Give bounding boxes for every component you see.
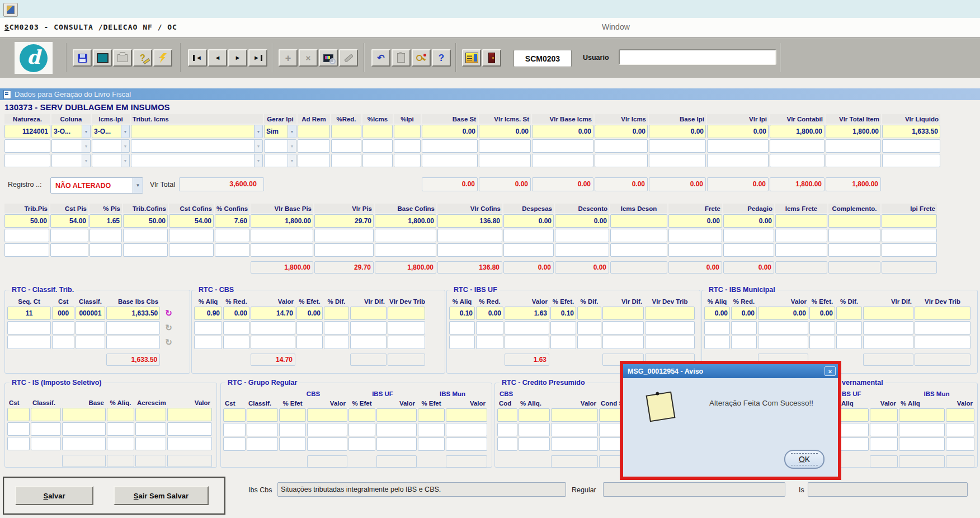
cell-despesas[interactable]: 0.00 [503,214,554,228]
empty-cell[interactable] [826,139,881,153]
empty-cell[interactable] [123,243,168,257]
empty-cell[interactable] [52,336,74,349]
nav-next-button[interactable]: ► [228,49,247,67]
empty-cell[interactable] [731,321,757,335]
empty-cell[interactable]: ▼ [92,139,130,153]
empty-cell[interactable] [7,321,51,335]
empty-cell[interactable] [446,437,487,451]
cell-cst-cofins[interactable]: 54.00 [169,214,214,228]
empty-cell[interactable] [519,423,550,436]
empty-cell[interactable] [167,408,212,421]
empty-cell[interactable]: ▼ [131,139,263,153]
empty-cell[interactable]: ▼ [92,154,130,167]
empty-cell[interactable] [437,229,502,242]
menu-button[interactable] [462,49,481,67]
empty-cell[interactable] [882,229,937,242]
cell-trib-cofins[interactable]: 50.00 [123,214,168,228]
cell-perc-efet[interactable]: 0.00 [296,307,323,320]
empty-cell[interactable] [4,154,50,167]
empty-cell[interactable] [649,139,706,153]
empty-cell[interactable] [135,408,166,421]
empty-cell[interactable] [348,423,375,436]
cell-perc-dif[interactable] [836,307,862,320]
empty-cell[interactable] [62,408,106,421]
empty-cell[interactable] [668,243,722,257]
empty-cell[interactable] [247,423,278,436]
cell-vlr-dif[interactable] [350,307,387,320]
empty-cell[interactable] [645,336,695,349]
empty-cell[interactable] [809,321,835,335]
query-record-button[interactable] [319,49,338,67]
empty-cell[interactable] [298,154,330,167]
empty-cell[interactable] [307,423,347,436]
empty-cell[interactable] [4,243,49,257]
save-button[interactable] [73,49,92,67]
empty-cell[interactable] [314,243,374,257]
empty-cell[interactable] [946,423,974,436]
cell-vlr-dif[interactable] [863,307,913,320]
empty-cell[interactable] [298,139,330,153]
nav-last-button[interactable]: ► [248,49,267,67]
empty-cell[interactable] [836,321,862,335]
empty-cell[interactable] [123,229,168,242]
empty-cell[interactable] [532,139,593,153]
empty-cell[interactable]: ▼ [131,154,263,167]
dropdown-arrow-icon[interactable]: ▼ [288,125,296,138]
empty-cell[interactable]: ▼ [264,139,296,153]
empty-cell[interactable] [915,336,970,349]
empty-cell[interactable]: ▼ [264,154,296,167]
keys-button[interactable] [412,49,431,67]
empty-cell[interactable] [215,229,249,242]
empty-cell[interactable] [731,336,757,349]
cell-vlr-icms[interactable]: 0.00 [595,125,648,138]
ok-button[interactable]: OK [784,450,824,469]
empty-cell[interactable] [331,154,361,167]
cell-vlr-base-icms[interactable]: 0.00 [532,125,593,138]
empty-cell[interactable] [107,408,134,421]
empty-cell[interactable] [610,229,667,242]
cell-perc-dif[interactable] [324,307,349,320]
dropdown-arrow-icon[interactable]: ▼ [121,125,129,138]
empty-cell[interactable] [169,229,214,242]
empty-cell[interactable] [946,437,974,451]
cell-tribut-icms[interactable]: ▼ [131,125,263,138]
empty-cell[interactable] [770,154,824,167]
empty-cell[interactable] [247,408,278,422]
empty-cell[interactable] [307,437,347,451]
empty-cell[interactable] [76,321,105,335]
empty-cell[interactable] [723,243,774,257]
empty-cell[interactable] [915,321,970,335]
empty-cell[interactable] [503,229,554,242]
cell-perc-icms[interactable] [362,125,393,138]
cell-vlr-total-item[interactable]: 1,800.00 [826,125,881,138]
empty-cell[interactable] [215,243,249,257]
cell-vlr-dev-trib[interactable] [388,307,425,320]
empty-cell[interactable] [376,437,417,451]
screen-button[interactable] [93,49,112,67]
menu-window[interactable]: Window [602,22,630,31]
empty-cell[interactable] [194,321,222,335]
cell-perc-cofins[interactable]: 7.60 [215,214,249,228]
empty-cell[interactable] [446,423,487,436]
empty-cell[interactable] [707,154,769,167]
cell-base-ibs-cbs[interactable]: 1,633.50 [106,307,161,320]
empty-cell[interactable] [577,336,601,349]
empty-cell[interactable] [826,154,881,167]
empty-cell[interactable] [362,154,393,167]
empty-cell[interactable] [324,336,349,349]
empty-cell[interactable] [882,154,940,167]
cell-vlr-pis[interactable]: 29.70 [314,214,374,228]
empty-cell[interactable] [422,139,478,153]
empty-cell[interactable] [362,139,393,153]
empty-cell[interactable] [350,321,387,335]
cell-valor[interactable]: 1.63 [505,307,549,320]
empty-cell[interactable] [376,423,417,436]
empty-cell[interactable] [223,408,246,422]
empty-cell[interactable] [375,229,436,242]
empty-cell[interactable] [551,437,598,451]
empty-cell[interactable] [7,422,30,436]
cell-vlr-contabil[interactable]: 1,800.00 [770,125,824,138]
empty-cell[interactable] [870,423,898,436]
cell-vlr-dev-trib[interactable] [645,307,695,320]
empty-cell[interactable] [704,336,730,349]
